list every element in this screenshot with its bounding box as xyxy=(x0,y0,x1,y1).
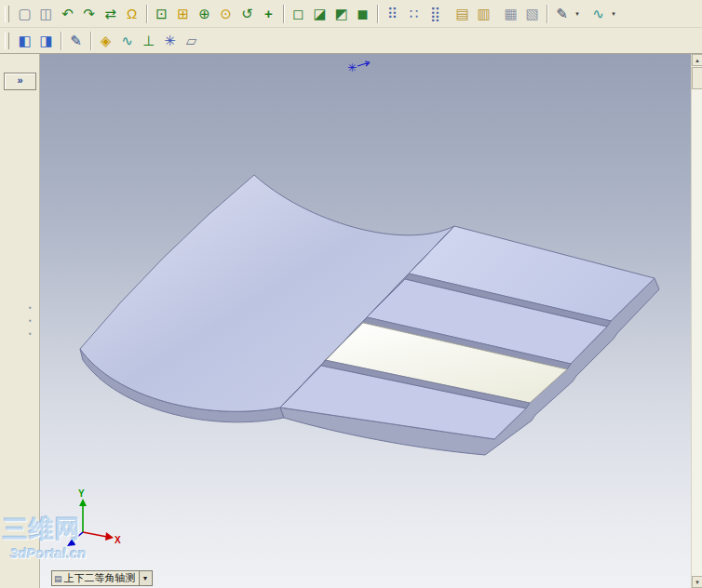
toolbar-separator xyxy=(61,32,61,50)
hidden-lines-visible-icon[interactable]: ◪ xyxy=(309,3,331,24)
shaded-view-icon[interactable]: ◼ xyxy=(352,3,373,24)
graphics-area[interactable]: ✳ Y X xyxy=(39,54,692,588)
sketch-tool-icon[interactable]: ✎ xyxy=(65,30,87,51)
dense-pattern-icon[interactable]: ⣿ xyxy=(425,3,446,24)
star-point-icon[interactable]: ✳ xyxy=(159,30,181,51)
ghost-cube-icon[interactable]: ▦ xyxy=(500,3,521,24)
zoom-in-out-icon[interactable]: ⊕ xyxy=(194,3,215,24)
panel-tab-icon[interactable]: ▪ xyxy=(26,303,34,312)
zoom-selected-icon[interactable]: ⊙ xyxy=(215,3,236,24)
point-tool-icon[interactable]: ◈ xyxy=(95,30,116,51)
measure-tool-icon[interactable]: ✎ xyxy=(551,3,573,24)
section-cube-icon[interactable]: ▧ xyxy=(521,3,543,24)
grid-dots-icon[interactable]: ⠿ xyxy=(382,3,403,24)
scroll-down-button[interactable]: ▼ xyxy=(692,576,702,588)
copy-stack-icon[interactable]: ▤ xyxy=(452,3,473,24)
toolbar-separator xyxy=(146,5,147,23)
point-pattern-icon[interactable]: ∷ xyxy=(403,3,425,24)
y-axis-label: Y xyxy=(78,488,85,499)
plane-tool-icon[interactable]: ▱ xyxy=(181,30,202,51)
new-window-icon[interactable]: ▢ xyxy=(14,3,35,24)
feature-panel-collapsed: » ▪ ▪ ▪ xyxy=(0,54,39,588)
zoom-area-icon[interactable]: ⊞ xyxy=(172,3,194,24)
curve-dropdown-icon[interactable]: ▾ xyxy=(609,4,618,23)
view-orientation-label[interactable]: ▤ 上下二等角轴测 ▼ xyxy=(51,570,153,586)
paste-stack-icon[interactable]: ▥ xyxy=(473,3,494,24)
toolbar-grip[interactable] xyxy=(5,6,9,22)
wireframe-icon[interactable]: ◻ xyxy=(288,3,309,24)
toolbar-standard-views: ▢ ◫ ↶ ↷ ⇄ Ω ⊡ ⊞ ⊕ ⊙ ↺ + ◻ ◪ ◩ ◼ ⠿ ∷ ⣿ ▤ … xyxy=(0,0,702,28)
origin-arrow-icon xyxy=(358,61,370,66)
redraw-icon[interactable]: ⇄ xyxy=(100,3,121,24)
origin-marker[interactable]: ✳ xyxy=(347,61,370,74)
reference-triad: Y X xyxy=(67,488,121,546)
panel-tab-icon[interactable]: ▪ xyxy=(26,316,34,325)
spline-tool-icon[interactable]: ∿ xyxy=(116,30,138,51)
x-axis-arrow xyxy=(83,532,107,537)
curve-tool-icon[interactable]: ∿ xyxy=(587,3,609,24)
toolbar-separator xyxy=(377,5,378,23)
toolbar-sketch: ◧ ◨ ✎ ◈ ∿ ⊥ ✳ ▱ xyxy=(0,28,702,54)
x-axis-arrowhead xyxy=(105,532,114,541)
model-canvas[interactable]: ✳ Y X xyxy=(40,54,692,588)
axis-tool-icon[interactable]: ⊥ xyxy=(138,30,159,51)
view-orientation-icon: ▤ xyxy=(54,574,62,583)
expand-panel-button[interactable]: » xyxy=(4,73,36,90)
vertical-scrollbar[interactable]: ▲ ▼ xyxy=(691,54,702,588)
scrollbar-thumb[interactable] xyxy=(692,67,702,89)
panel-tab-icon[interactable]: ▪ xyxy=(26,329,34,338)
origin-star-icon: ✳ xyxy=(347,61,357,74)
previous-view-icon[interactable]: ↶ xyxy=(57,3,78,24)
split-view-icon[interactable]: ◫ xyxy=(35,3,57,24)
pan-view-icon[interactable]: + xyxy=(258,3,279,24)
x-axis-label: X xyxy=(115,535,121,545)
next-view-icon[interactable]: ↷ xyxy=(78,3,100,24)
toolbar-separator xyxy=(283,5,284,23)
bell-icon[interactable]: Ω xyxy=(121,3,142,24)
toolbar-grip[interactable] xyxy=(5,33,9,49)
rotate-view-icon[interactable]: ↺ xyxy=(236,3,258,24)
iso-view-cube-icon[interactable]: ◨ xyxy=(35,30,57,51)
view-orientation-dropdown[interactable]: ▼ xyxy=(139,571,152,585)
view-orientation-text: 上下二等角轴测 xyxy=(64,571,139,585)
y-axis-arrowhead xyxy=(79,499,87,506)
toolbar-separator xyxy=(547,5,547,23)
measure-dropdown-icon[interactable]: ▾ xyxy=(573,4,582,23)
front-view-cube-icon[interactable]: ◧ xyxy=(14,30,35,51)
hidden-lines-removed-icon[interactable]: ◩ xyxy=(331,3,352,24)
toolbar-separator xyxy=(90,32,91,50)
zoom-fit-icon[interactable]: ⊡ xyxy=(151,3,172,24)
scroll-up-button[interactable]: ▲ xyxy=(692,54,702,66)
